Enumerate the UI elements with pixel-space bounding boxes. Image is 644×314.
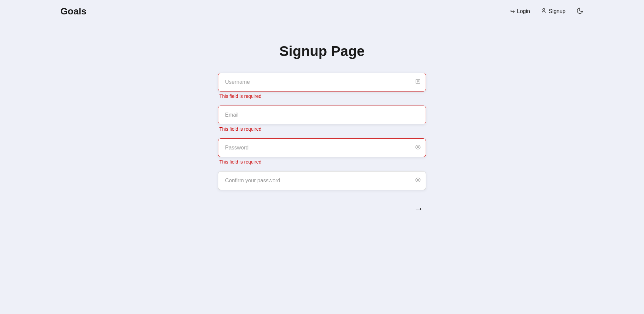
page-title: Signup Page [279, 43, 365, 59]
submit-button[interactable]: → [411, 202, 426, 215]
user-icon [541, 8, 547, 15]
confirm-password-input-wrapper [218, 171, 426, 190]
username-input[interactable] [218, 73, 426, 91]
header: Goals ↪ Login Signup [0, 0, 644, 23]
signup-label: Signup [549, 8, 566, 14]
confirm-password-input[interactable] [218, 171, 426, 190]
signup-link[interactable]: Signup [541, 8, 566, 15]
login-label: Login [517, 8, 530, 14]
login-link[interactable]: ↪ Login [510, 8, 530, 15]
dark-mode-icon[interactable] [576, 7, 584, 16]
email-input[interactable] [218, 106, 426, 124]
password-input[interactable] [218, 138, 426, 157]
login-icon: ↪ [510, 8, 515, 15]
svg-point-0 [543, 8, 545, 10]
logo: Goals [60, 6, 87, 17]
main-content: Signup Page This field is required [0, 23, 644, 215]
username-input-wrapper [218, 73, 426, 91]
username-field-group: This field is required [218, 73, 426, 99]
password-error: This field is required [219, 159, 426, 165]
header-nav: ↪ Login Signup [510, 7, 584, 16]
confirm-password-field-group [218, 171, 426, 190]
password-input-wrapper [218, 138, 426, 157]
username-error: This field is required [219, 93, 426, 99]
email-error: This field is required [219, 126, 426, 132]
email-input-wrapper [218, 106, 426, 124]
email-field-group: This field is required [218, 106, 426, 132]
password-field-group: This field is required [218, 138, 426, 165]
submit-row: → [218, 202, 426, 215]
submit-arrow-icon: → [414, 203, 423, 214]
signup-form: This field is required This field is req… [218, 73, 426, 215]
